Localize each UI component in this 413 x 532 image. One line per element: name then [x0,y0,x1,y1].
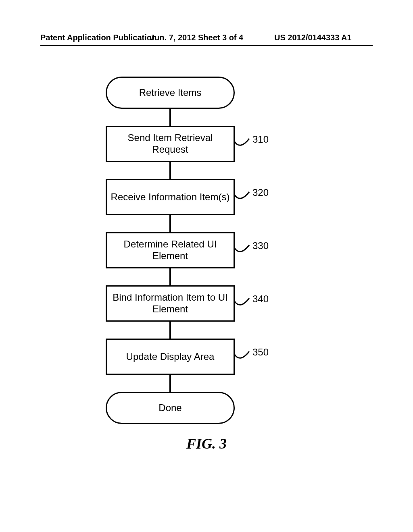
ref-connector-icon [235,134,254,149]
flow-step-330: Determine Related UI Element [106,232,235,268]
flow-step-330-label: Determine Related UI Element [110,239,230,262]
flow-step-310-label: Send Item Retrieval Request [110,132,230,156]
figure-label: FIG. 3 [0,435,413,452]
flow-start-label: Retrieve Items [139,87,202,99]
flow-step-320: Receive Information Item(s) [106,179,235,215]
header-center: Jun. 7, 2012 Sheet 3 of 4 [150,33,243,42]
flow-connector [169,375,171,392]
flow-step-350-ref: 350 [252,347,269,358]
header-divider [40,45,373,46]
flow-step-340-label: Bind Information Item to UI Element [110,292,230,315]
flow-step-320-label: Receive Information Item(s) [111,191,230,203]
ref-connector-icon [235,240,254,256]
ref-connector-icon [235,347,254,362]
flow-connector [169,215,171,232]
flow-step-320-ref: 320 [252,187,269,198]
flow-step-310-ref: 310 [252,134,269,145]
flow-connector [169,162,171,179]
flow-step-330-ref: 330 [252,240,269,251]
ref-connector-icon [235,293,254,309]
flow-step-310: Send Item Retrieval Request [106,126,235,162]
page: Patent Application Publication Jun. 7, 2… [0,0,413,532]
flow-step-340-ref: 340 [252,293,269,305]
ref-connector-icon [235,187,254,202]
flow-step-350: Update Display Area [106,339,235,375]
flow-end-label: Done [159,402,181,414]
header-right: US 2012/0144333 A1 [274,33,352,42]
flow-connector [169,109,171,126]
flow-step-340: Bind Information Item to UI Element [106,285,235,322]
flow-connector [169,268,171,285]
flow-end: Done [106,392,235,424]
flow-connector [169,322,171,339]
flow-start: Retrieve Items [106,77,235,109]
header-left: Patent Application Publication [40,33,156,42]
flow-step-350-label: Update Display Area [126,351,215,363]
